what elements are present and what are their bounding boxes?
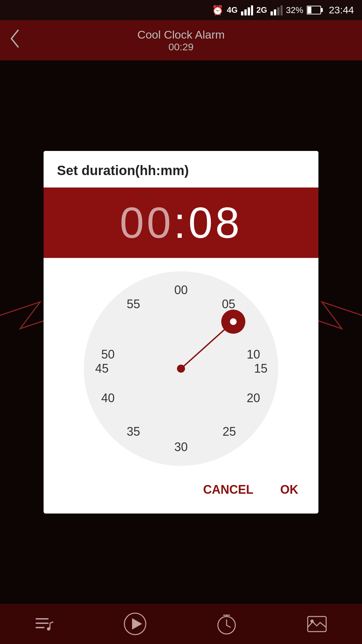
set-duration-dialog: Set duration(hh:mm) 00:08 00 05 10 [44, 151, 318, 514]
status-icons: ⏰ 4G 2G 32% 23:44 [212, 4, 354, 16]
time-display: 00:08 [120, 198, 242, 248]
svg-marker-34 [132, 618, 142, 630]
svg-text:25: 25 [223, 425, 236, 438]
signal-bars-2g-icon [270, 5, 283, 15]
signal-bars-4g-icon [241, 5, 253, 15]
svg-point-24 [177, 365, 185, 373]
svg-rect-6 [277, 7, 280, 15]
battery-icon [307, 5, 323, 15]
top-bar: Cool Clock Alarm 00:29 [0, 20, 362, 60]
play-nav-item[interactable] [123, 612, 147, 636]
status-time: 23:44 [329, 4, 354, 16]
app-title: Cool Clock Alarm [137, 28, 225, 41]
gallery-nav-item[interactable] [306, 613, 328, 635]
svg-text:35: 35 [127, 425, 140, 438]
dialog-title: Set duration(hh:mm) [57, 163, 305, 178]
network-2g-label: 2G [256, 5, 267, 15]
svg-line-37 [227, 625, 230, 627]
svg-rect-2 [248, 7, 250, 15]
timer-nav-item[interactable] [216, 613, 237, 635]
svg-point-41 [310, 620, 314, 623]
clock-section[interactable]: 00 05 10 15 20 25 30 35 40 [44, 258, 318, 473]
back-button[interactable] [8, 29, 21, 52]
svg-text:10: 10 [247, 347, 260, 361]
bottom-nav [0, 604, 362, 644]
svg-point-31 [47, 627, 50, 631]
svg-rect-0 [241, 11, 243, 15]
svg-text:55: 55 [127, 297, 140, 311]
svg-text:30: 30 [174, 440, 188, 454]
status-bar: ⏰ 4G 2G 32% 23:44 [0, 0, 362, 20]
time-display-section: 00:08 [44, 187, 318, 258]
clock-svg[interactable]: 00 05 10 15 20 25 30 35 40 [84, 271, 278, 466]
svg-rect-4 [270, 11, 273, 15]
battery-percent: 32% [286, 5, 303, 15]
svg-text:40: 40 [101, 391, 115, 405]
background-area: Set duration(hh:mm) 00:08 00 05 10 [0, 60, 362, 604]
clock-face[interactable]: 00 05 10 15 20 25 30 35 40 [84, 271, 278, 466]
svg-text:15: 15 [254, 362, 267, 375]
alarm-icon: ⏰ [212, 5, 224, 16]
svg-rect-1 [244, 9, 247, 15]
svg-rect-3 [251, 5, 253, 15]
dialog-buttons: CANCEL OK [44, 473, 318, 514]
svg-rect-10 [307, 7, 311, 13]
top-bar-title-group: Cool Clock Alarm 00:29 [137, 28, 225, 53]
network-4g-label: 4G [227, 5, 238, 15]
cancel-button[interactable]: CANCEL [196, 479, 260, 500]
svg-point-26 [230, 318, 237, 325]
svg-rect-7 [281, 5, 283, 15]
minutes-display[interactable]: 08 [188, 198, 242, 247]
svg-text:50: 50 [101, 347, 115, 361]
svg-text:20: 20 [247, 391, 260, 405]
svg-rect-9 [321, 8, 323, 12]
hours-display[interactable]: 00 [120, 198, 174, 247]
svg-text:00: 00 [174, 283, 188, 297]
svg-text:05: 05 [222, 297, 235, 311]
svg-text:45: 45 [95, 362, 109, 375]
playlist-nav-item[interactable] [35, 614, 55, 634]
svg-rect-5 [274, 9, 276, 15]
dialog-title-section: Set duration(hh:mm) [44, 151, 318, 187]
alarm-time: 00:29 [137, 41, 225, 53]
ok-button[interactable]: OK [274, 479, 305, 500]
colon-display: : [174, 198, 188, 247]
svg-line-32 [50, 622, 53, 623]
